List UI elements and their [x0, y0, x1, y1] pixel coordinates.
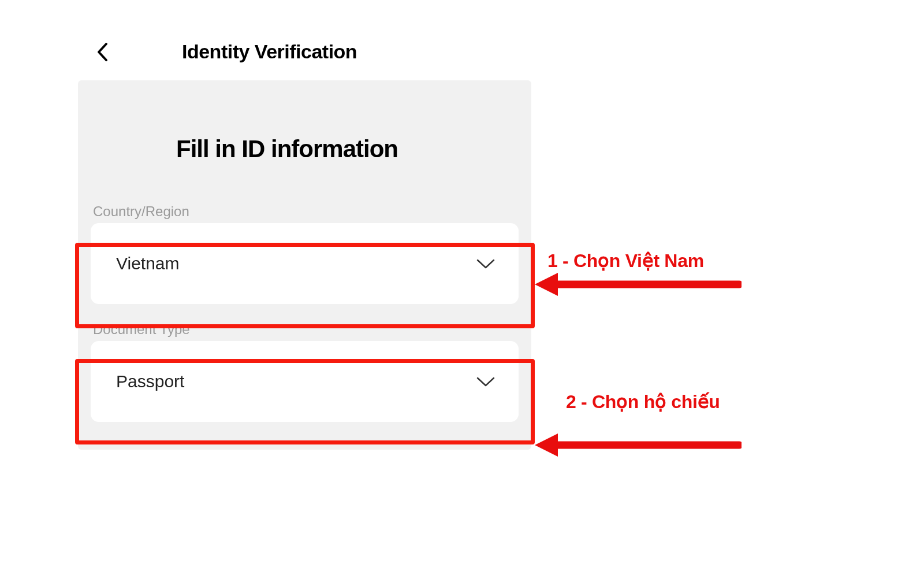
- annotation-step-1: 1 - Chọn Việt Nam: [534, 252, 750, 298]
- back-button[interactable]: [92, 42, 113, 62]
- verification-screen: Identity Verification Fill in ID informa…: [78, 35, 531, 450]
- annotation-text-2: 2 - Chọn hộ chiếu: [566, 391, 720, 413]
- svg-marker-1: [535, 273, 558, 296]
- form-panel: Fill in ID information Country/Region Vi…: [78, 80, 531, 450]
- svg-marker-3: [535, 433, 558, 457]
- arrow-left-icon: [534, 413, 742, 459]
- page-title: Identity Verification: [182, 40, 357, 63]
- country-field-block: Country/Region Vietnam: [78, 203, 531, 309]
- document-value: Passport: [116, 372, 184, 391]
- annotation-step-2: 2 - Chọn hộ chiếu: [534, 393, 750, 459]
- chevron-down-icon: [476, 258, 495, 269]
- annotation-text-1: 1 - Chọn Việt Nam: [547, 250, 704, 272]
- document-select[interactable]: Passport: [91, 341, 519, 422]
- chevron-left-icon: [96, 42, 109, 62]
- country-select[interactable]: Vietnam: [91, 223, 519, 304]
- country-value: Vietnam: [116, 254, 180, 273]
- panel-title: Fill in ID information: [78, 80, 531, 203]
- country-label: Country/Region: [91, 203, 519, 220]
- document-field-block: Document Type Passport: [78, 321, 531, 427]
- document-label: Document Type: [91, 321, 519, 338]
- chevron-down-icon: [476, 376, 495, 387]
- header: Identity Verification: [78, 35, 531, 80]
